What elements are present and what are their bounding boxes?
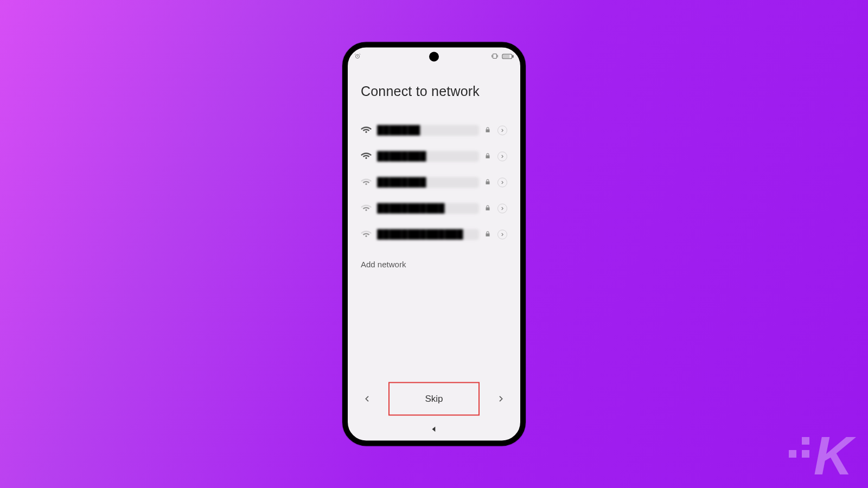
lock-icon bbox=[484, 126, 492, 136]
wifi-icon bbox=[361, 228, 372, 241]
wifi-icon bbox=[361, 150, 372, 163]
watermark-dots bbox=[789, 437, 809, 458]
front-camera bbox=[429, 52, 439, 62]
battery-icon bbox=[502, 53, 514, 59]
wifi-icon bbox=[361, 202, 372, 215]
lock-icon bbox=[484, 230, 492, 240]
wifi-icon bbox=[361, 124, 372, 137]
skip-button-label: Skip bbox=[425, 394, 443, 404]
chevron-right-icon[interactable] bbox=[497, 230, 507, 240]
svg-rect-4 bbox=[503, 55, 509, 57]
watermark-letter: K bbox=[814, 434, 853, 477]
nav-back-icon[interactable] bbox=[430, 426, 438, 435]
wifi-network-row[interactable]: ████████ bbox=[361, 170, 507, 196]
chevron-right-icon[interactable] bbox=[497, 178, 507, 188]
svg-rect-3 bbox=[512, 55, 513, 57]
skip-button[interactable]: Skip bbox=[388, 382, 480, 416]
wifi-network-row[interactable]: ███████████ bbox=[361, 196, 507, 222]
lock-icon bbox=[484, 178, 492, 188]
chevron-right-icon[interactable] bbox=[497, 152, 507, 162]
wifi-name-redacted: ███████████ bbox=[377, 203, 479, 214]
wifi-name-redacted: ██████████████ bbox=[377, 229, 479, 240]
wifi-list: ███████ ████████ bbox=[361, 118, 507, 248]
watermark: K bbox=[789, 434, 853, 477]
wifi-name-redacted: ████████ bbox=[377, 177, 479, 188]
phone-frame: Connect to network ███████ bbox=[342, 42, 526, 446]
wifi-network-row[interactable]: ██████████████ bbox=[361, 222, 507, 248]
vibrate-icon bbox=[491, 54, 499, 59]
system-nav-bar bbox=[348, 426, 520, 435]
wifi-network-row[interactable]: ███████ bbox=[361, 118, 507, 144]
chevron-right-icon[interactable] bbox=[497, 126, 507, 136]
chevron-right-icon[interactable] bbox=[497, 204, 507, 214]
screen-content: Connect to network ███████ bbox=[348, 62, 520, 269]
back-button[interactable] bbox=[361, 393, 373, 405]
lock-icon bbox=[484, 204, 492, 214]
wifi-name-redacted: ████████ bbox=[377, 151, 479, 162]
wifi-icon bbox=[361, 176, 372, 189]
wifi-name-redacted: ███████ bbox=[377, 125, 479, 136]
lock-icon bbox=[484, 152, 492, 162]
forward-button[interactable] bbox=[495, 393, 507, 405]
svg-rect-1 bbox=[493, 54, 497, 58]
footer-nav: Skip bbox=[348, 381, 520, 417]
wifi-network-row[interactable]: ████████ bbox=[361, 144, 507, 170]
alarm-icon bbox=[354, 53, 361, 60]
add-network-button[interactable]: Add network bbox=[361, 260, 507, 269]
page-title: Connect to network bbox=[361, 84, 507, 99]
